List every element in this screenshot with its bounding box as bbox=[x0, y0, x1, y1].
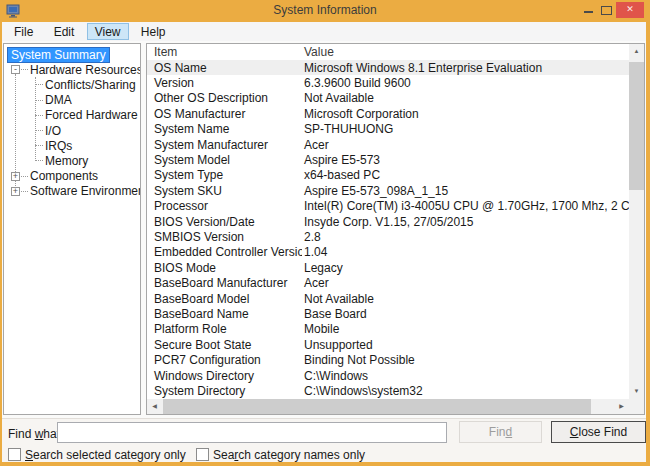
tree-item-label: Software Environment bbox=[30, 184, 141, 198]
table-row[interactable]: ProcessorIntel(R) Core(TM) i3-4005U CPU … bbox=[147, 199, 629, 214]
search-selected-category-checkbox[interactable] bbox=[8, 448, 21, 461]
find-what-label: Find what: bbox=[8, 427, 63, 441]
tree-item-io[interactable]: I/O bbox=[4, 123, 140, 138]
table-row[interactable]: System Typex64-based PC bbox=[147, 168, 629, 183]
table-row[interactable]: BaseBoard ManufacturerAcer bbox=[147, 275, 629, 290]
table-row[interactable]: System NameSP-THUHUONG bbox=[147, 122, 629, 137]
table-row[interactable]: BaseBoard NameBase Board bbox=[147, 306, 629, 321]
horizontal-scroll-thumb[interactable] bbox=[163, 399, 591, 414]
table-row[interactable]: Embedded Controller Version1.04 bbox=[147, 245, 629, 260]
menu-bar: File Edit View Help bbox=[2, 22, 646, 41]
scroll-down-icon[interactable]: ▼ bbox=[629, 384, 644, 399]
find-input[interactable] bbox=[57, 422, 447, 443]
main-area: System Summary - Hardware Resources Conf… bbox=[2, 41, 646, 418]
table-row[interactable]: BaseBoard ModelNot Available bbox=[147, 291, 629, 306]
tree-item-label: IRQs bbox=[45, 139, 72, 153]
table-row[interactable]: Platform RoleMobile bbox=[147, 322, 629, 337]
table-row[interactable]: System SKUAspire E5-573_098A_1_15 bbox=[147, 183, 629, 198]
tree-item-label: I/O bbox=[45, 124, 61, 138]
grid-header: Item Value bbox=[147, 44, 629, 60]
tree-item-label: Memory bbox=[45, 154, 88, 168]
vertical-scroll-thumb[interactable] bbox=[629, 62, 644, 190]
table-row[interactable]: System ManufacturerAcer bbox=[147, 137, 629, 152]
menu-file[interactable]: File bbox=[6, 23, 41, 40]
menu-edit[interactable]: Edit bbox=[46, 23, 83, 40]
table-row[interactable]: OS NameMicrosoft Windows 8.1 Enterprise … bbox=[147, 60, 629, 75]
close-find-button[interactable]: Close Find bbox=[551, 421, 646, 443]
find-button[interactable]: Find bbox=[459, 421, 542, 443]
tree-item-label: Hardware Resources bbox=[30, 63, 141, 77]
column-header-value[interactable]: Value bbox=[302, 45, 629, 59]
search-selected-category-label: Search selected category only bbox=[25, 448, 186, 462]
menu-view[interactable]: View bbox=[87, 23, 129, 40]
tree-item-label: Forced Hardware bbox=[45, 108, 138, 122]
table-row[interactable]: Secure Boot StateUnsupported bbox=[147, 337, 629, 352]
tree-item-label: Components bbox=[30, 169, 98, 183]
table-row[interactable]: System ModelAspire E5-573 bbox=[147, 152, 629, 167]
vertical-scrollbar[interactable]: ▲ ▼ bbox=[629, 44, 644, 399]
expand-plus-icon[interactable]: + bbox=[11, 172, 20, 181]
table-row[interactable]: BIOS Version/DateInsyde Corp. V1.15, 27/… bbox=[147, 214, 629, 229]
horizontal-scrollbar[interactable]: ◀ ▶ bbox=[147, 399, 629, 414]
scroll-up-icon[interactable]: ▲ bbox=[629, 44, 644, 59]
tree-item-memory[interactable]: Memory bbox=[4, 153, 140, 168]
tree-item-label: System Summary bbox=[7, 47, 110, 63]
minimize-icon[interactable] bbox=[584, 11, 593, 13]
find-options-row: Search selected category only Search cat… bbox=[2, 448, 646, 462]
title-bar[interactable]: System Information ✕ bbox=[0, 0, 650, 22]
table-row[interactable]: BIOS ModeLegacy bbox=[147, 260, 629, 275]
table-row[interactable]: Other OS DescriptionNot Available bbox=[147, 91, 629, 106]
search-category-names-checkbox[interactable] bbox=[196, 448, 209, 461]
details-pane: Item Value OS NameMicrosoft Windows 8.1 … bbox=[146, 43, 645, 415]
menu-help[interactable]: Help bbox=[133, 23, 174, 40]
tree-item-label: Conflicts/Sharing bbox=[45, 78, 136, 92]
table-row[interactable]: Version6.3.9600 Build 9600 bbox=[147, 75, 629, 90]
tree-item-software-environment[interactable]: + Software Environment bbox=[4, 184, 140, 199]
scrollbar-corner bbox=[629, 399, 644, 414]
find-bar: Find what: Find Close Find Search select… bbox=[2, 418, 646, 462]
tree-item-conflicts-sharing[interactable]: Conflicts/Sharing bbox=[4, 77, 140, 92]
tree-item-forced-hardware[interactable]: Forced Hardware bbox=[4, 108, 140, 123]
collapse-minus-icon[interactable]: - bbox=[11, 65, 20, 74]
tree-item-irqs[interactable]: IRQs bbox=[4, 138, 140, 153]
close-icon[interactable]: ✕ bbox=[616, 2, 644, 18]
table-row[interactable]: SMBIOS Version2.8 bbox=[147, 229, 629, 244]
scroll-right-icon[interactable]: ▶ bbox=[614, 399, 629, 414]
details-grid: Item Value OS NameMicrosoft Windows 8.1 … bbox=[147, 44, 629, 399]
column-header-item[interactable]: Item bbox=[147, 45, 302, 59]
system-information-window: System Information ✕ File Edit View Help… bbox=[0, 0, 650, 466]
scroll-left-icon[interactable]: ◀ bbox=[147, 399, 162, 414]
tree-item-label: DMA bbox=[45, 93, 72, 107]
tree-connector-line bbox=[35, 77, 36, 161]
tree-item-system-summary[interactable]: System Summary bbox=[4, 47, 140, 62]
expand-plus-icon[interactable]: + bbox=[11, 187, 20, 196]
tree-item-hardware-resources[interactable]: - Hardware Resources bbox=[4, 62, 140, 77]
table-row[interactable]: PCR7 ConfigurationBinding Not Possible bbox=[147, 352, 629, 367]
search-category-names-label: Search category names only bbox=[213, 448, 365, 462]
maximize-icon[interactable] bbox=[601, 6, 612, 15]
tree-item-dma[interactable]: DMA bbox=[4, 93, 140, 108]
table-row[interactable]: Windows DirectoryC:\Windows bbox=[147, 368, 629, 383]
table-row[interactable]: System DirectoryC:\Windows\system32 bbox=[147, 383, 629, 398]
window-title: System Information bbox=[0, 0, 650, 22]
category-tree: System Summary - Hardware Resources Conf… bbox=[3, 43, 141, 415]
tree-item-components[interactable]: + Components bbox=[4, 169, 140, 184]
table-row[interactable]: OS ManufacturerMicrosoft Corporation bbox=[147, 106, 629, 121]
